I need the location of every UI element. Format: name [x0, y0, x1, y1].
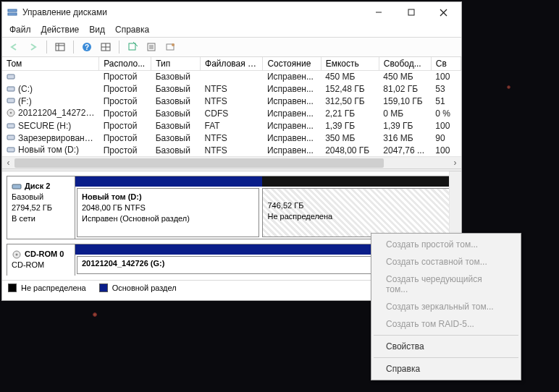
partition-unallocated[interactable]: 746,52 ГБ Не распределена — [262, 188, 455, 237]
close-button[interactable] — [427, 2, 460, 22]
svg-text:?: ? — [85, 43, 89, 51]
svg-rect-18 — [7, 74, 14, 79]
col-header[interactable]: Емкость — [321, 57, 379, 71]
forward-button[interactable] — [25, 40, 41, 54]
svg-rect-26 — [12, 184, 21, 189]
svg-rect-3 — [408, 9, 414, 15]
help-button[interactable]: ? — [79, 40, 95, 54]
svg-point-17 — [172, 43, 175, 46]
minimize-button[interactable] — [362, 2, 395, 22]
volume-icon — [7, 72, 17, 82]
svg-point-28 — [16, 253, 18, 255]
volume-row[interactable]: (C:)ПростойБазовыйNTFSИсправен...152,48 … — [2, 83, 461, 95]
volume-row[interactable]: SECURE (H:)ПростойБазовыйFATИсправен...1… — [2, 120, 461, 132]
disk-2-row: Диск 2 Базовый 2794,52 ГБ В сети Новый т… — [7, 176, 457, 239]
volume-row[interactable]: 20121204_142726 (...ПростойБазовыйCDFSИс… — [2, 107, 461, 119]
col-header[interactable]: Св — [431, 57, 461, 71]
col-header[interactable]: Свобод... — [379, 57, 431, 71]
scroll-thumb[interactable] — [14, 158, 384, 168]
volume-icon — [7, 133, 17, 143]
cm-create-volume: Создать чередующийся том... — [373, 270, 519, 298]
svg-rect-23 — [7, 124, 14, 128]
disk-size: 2794,52 ГБ — [12, 203, 70, 213]
svg-rect-0 — [8, 9, 17, 12]
col-header[interactable]: Файловая с... — [201, 57, 263, 71]
col-header[interactable]: Тип — [151, 57, 201, 71]
disk-2-label[interactable]: Диск 2 Базовый 2794,52 ГБ В сети — [7, 176, 75, 239]
col-header[interactable]: Располо... — [99, 57, 151, 71]
cdrom-title: CD-ROM 0 — [25, 249, 64, 260]
svg-rect-20 — [7, 98, 14, 103]
cm-create-volume: Создать простой том... — [373, 236, 519, 253]
volume-row[interactable]: Новый том (D:)ПростойБазовыйNTFSИсправен… — [2, 144, 461, 156]
disk-title: Диск 2 — [25, 181, 50, 192]
volume-row[interactable]: ПростойБазовыйИсправен...450 МБ450 МБ100 — [2, 71, 461, 83]
scroll-right-arrow[interactable]: › — [449, 157, 461, 169]
cdrom-label[interactable]: CD-ROM 0 CD-ROM — [7, 244, 75, 276]
cdrom-type: CD-ROM — [12, 260, 70, 270]
toolbar: ? — [2, 38, 461, 57]
disk-status: В сети — [12, 213, 70, 224]
svg-point-22 — [10, 112, 12, 114]
menubar: Файл Действие Вид Справка — [2, 22, 461, 38]
legend-swatch-primary — [99, 284, 108, 292]
volume-row[interactable]: Зарезервировано...ПростойБазовыйNTFSИспр… — [2, 132, 461, 145]
back-button[interactable] — [7, 40, 22, 54]
partition-new-volume-d[interactable]: Новый том (D:) 2048,00 ГБ NTFS Исправен … — [77, 188, 259, 237]
settings-button[interactable] — [143, 40, 159, 54]
svg-rect-6 — [56, 43, 64, 51]
svg-rect-25 — [7, 148, 14, 152]
legend-primary-label: Основной раздел — [112, 284, 177, 292]
legend-swatch-unalloc — [8, 284, 17, 292]
col-header[interactable]: Состояние — [263, 57, 321, 71]
volume-icon — [7, 96, 17, 106]
menu-action[interactable]: Действие — [41, 25, 80, 35]
legend-unalloc-label: Не распределена — [21, 284, 86, 292]
svg-rect-19 — [7, 87, 14, 91]
maximize-button[interactable] — [395, 2, 427, 22]
app-icon — [7, 7, 18, 18]
properties-button[interactable] — [162, 40, 178, 54]
menu-file[interactable]: Файл — [9, 25, 31, 35]
svg-rect-24 — [7, 135, 14, 140]
titlebar[interactable]: Управление дисками — [2, 2, 461, 22]
svg-rect-14 — [129, 43, 135, 50]
cd-icon — [7, 108, 17, 119]
volume-icon — [7, 145, 17, 155]
cm-create-volume: Создать том RAID-5... — [373, 315, 519, 333]
menu-help[interactable]: Справка — [115, 25, 149, 35]
window-title: Управление дисками — [22, 7, 362, 17]
view-table-button[interactable] — [52, 40, 68, 54]
rescan-button[interactable] — [125, 40, 140, 54]
cm-properties[interactable]: Свойства — [373, 338, 519, 355]
scroll-left-arrow[interactable]: ‹ — [2, 157, 14, 169]
col-header[interactable]: Том — [2, 57, 99, 71]
volume-icon — [7, 85, 17, 95]
volume-icon — [7, 122, 17, 132]
volumes-table[interactable]: ТомРасполо...ТипФайловая с...СостояниеЕм… — [2, 57, 461, 169]
cm-help[interactable]: Справка — [373, 360, 519, 378]
svg-rect-1 — [8, 13, 17, 15]
context-menu: Создать простой том...Создать составной … — [371, 233, 521, 380]
refresh-button[interactable] — [98, 40, 114, 54]
cm-create-volume: Создать зеркальный том... — [373, 298, 519, 315]
volume-row[interactable]: (F:)ПростойБазовыйNTFSИсправен...312,50 … — [2, 95, 461, 108]
disk-type: Базовый — [12, 192, 70, 203]
cm-create-volume: Создать составной том... — [373, 253, 519, 270]
menu-view[interactable]: Вид — [89, 25, 105, 35]
horizontal-scrollbar[interactable]: ‹ › — [2, 156, 461, 169]
